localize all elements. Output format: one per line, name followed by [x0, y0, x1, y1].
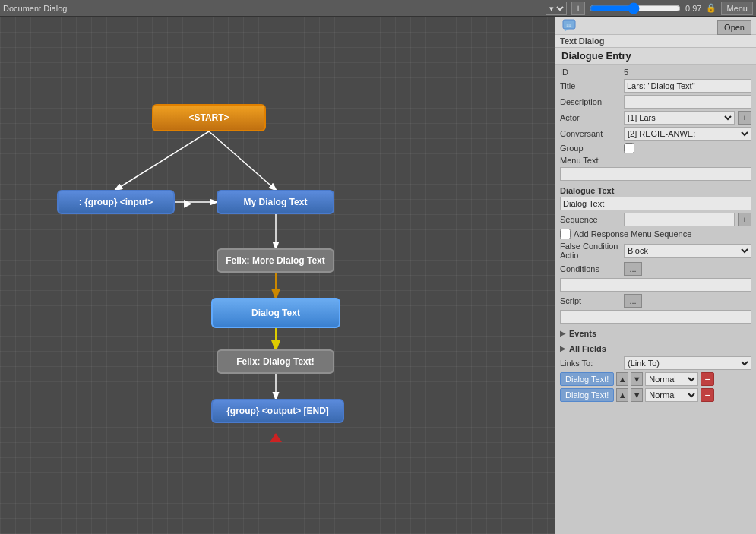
sequence-add-btn[interactable]: +	[738, 213, 751, 226]
lock-icon: 🔒	[706, 3, 716, 13]
node-felixdialog-label: Felix: Dialog Text!	[236, 356, 314, 367]
node-dialogtext[interactable]: Dialog Text	[211, 298, 340, 328]
title-input[interactable]	[624, 79, 751, 93]
menu-text-input[interactable]	[560, 167, 751, 181]
false-condition-label: False Condition Actio	[560, 242, 621, 260]
dialogue-text-input[interactable]	[560, 197, 751, 210]
zoom-slider[interactable]	[590, 2, 681, 14]
node-input[interactable]: : {group} <input>	[57, 190, 175, 214]
field-row-links-to: Links To: (Link To)	[560, 356, 751, 370]
add-response-label: Add Response Menu Sequence	[574, 229, 691, 239]
svg-line-0	[209, 131, 276, 190]
panel-top-bar: ≡≡ Open	[555, 17, 756, 35]
link1-normal-select[interactable]: Normal	[645, 372, 698, 386]
right-panel: ≡≡ Open Text Dialog Dialogue Entry ID 5 …	[555, 17, 756, 534]
node-felixmore-label: Felix: More Dialog Text	[226, 255, 324, 266]
conditions-label: Conditions	[560, 264, 621, 273]
link2-down-btn[interactable]: ▼	[631, 388, 643, 402]
canvas-area[interactable]: <START> : {group} <input> ▶ My Dialog Te…	[0, 17, 555, 534]
script-dots-btn[interactable]: ...	[624, 294, 642, 308]
link-row-2: Dialog Text! ▲ ▼ Normal −	[560, 388, 751, 402]
link1-btn[interactable]: Dialog Text!	[560, 372, 614, 386]
menu-button[interactable]: Menu	[721, 2, 753, 15]
field-row-actor: Actor [1] Lars +	[560, 111, 751, 125]
link2-normal-select[interactable]: Normal	[645, 388, 698, 402]
node-felixmore[interactable]: Felix: More Dialog Text	[217, 248, 334, 273]
panel-title: Dialogue Entry	[555, 48, 756, 65]
field-row-id: ID 5	[560, 68, 751, 77]
actor-add-btn[interactable]: +	[738, 111, 751, 125]
actor-select[interactable]: [1] Lars	[624, 111, 735, 125]
document-dropdown[interactable]: ▾	[546, 2, 567, 15]
links-to-select[interactable]: (Link To)	[624, 356, 751, 370]
link2-up-btn[interactable]: ▲	[616, 388, 628, 402]
conditions-input[interactable]	[560, 278, 751, 292]
plus-button[interactable]: +	[571, 2, 585, 15]
text-dialog-header: Text Dialog	[555, 35, 756, 48]
title-label: Title	[560, 81, 621, 90]
node-input-label: : {group} <input>	[79, 197, 153, 207]
false-condition-select[interactable]: Block	[624, 244, 751, 258]
node-output[interactable]: {group} <output> [END]	[211, 399, 344, 423]
link2-remove-btn[interactable]: −	[701, 388, 714, 402]
conversant-label: Conversant	[560, 129, 621, 138]
id-value: 5	[624, 68, 751, 77]
open-button[interactable]: Open	[717, 20, 751, 35]
conversant-select[interactable]: [2] REGIE-ANWE:	[624, 127, 751, 141]
all-fields-label: All Fields	[569, 344, 606, 353]
sequence-label: Sequence	[560, 215, 621, 224]
field-row-false-condition: False Condition Actio Block	[560, 242, 751, 260]
script-input[interactable]	[560, 310, 751, 324]
zoom-value: 0.97	[685, 4, 701, 13]
svg-line-1	[115, 131, 209, 190]
script-label: Script	[560, 296, 621, 305]
arrow-connector: ▶	[184, 197, 192, 209]
description-label: Description	[560, 97, 621, 106]
node-start[interactable]: <START>	[152, 104, 266, 131]
field-row-script: Script ...	[560, 294, 751, 308]
id-label: ID	[560, 68, 621, 77]
node-mydialog[interactable]: My Dialog Text	[217, 190, 334, 214]
dialogue-text-section: Dialogue Text	[560, 186, 751, 195]
group-label: Group	[560, 144, 621, 153]
events-triangle: ▶	[560, 329, 566, 337]
all-fields-triangle: ▶	[560, 344, 566, 352]
events-row[interactable]: ▶ Events	[560, 326, 751, 340]
all-fields-row[interactable]: ▶ All Fields	[560, 341, 751, 355]
svg-text:≡≡: ≡≡	[566, 23, 572, 27]
field-row-sequence: Sequence +	[560, 213, 751, 226]
link2-btn[interactable]: Dialog Text!	[560, 388, 614, 402]
link-row-1: Dialog Text! ▲ ▼ Normal −	[560, 372, 751, 386]
svg-marker-7	[270, 433, 282, 442]
group-checkbox[interactable]	[624, 143, 634, 153]
panel-body: Dialogue Entry ID 5 Title Description Ac…	[555, 48, 756, 534]
chat-icon: ≡≡	[560, 17, 578, 35]
field-row-title: Title	[560, 79, 751, 93]
top-bar: Document Dialog ▾ + 0.97 🔒 Menu	[0, 0, 756, 17]
sequence-input[interactable]	[624, 213, 735, 226]
node-mydialog-label: My Dialog Text	[244, 197, 308, 207]
field-row-conditions: Conditions ...	[560, 262, 751, 276]
link1-remove-btn[interactable]: −	[701, 372, 714, 386]
field-row-addresponse: Add Response Menu Sequence	[560, 229, 751, 239]
actor-label: Actor	[560, 113, 621, 122]
node-felixdialog[interactable]: Felix: Dialog Text!	[217, 349, 334, 374]
links-to-label: Links To:	[560, 359, 621, 368]
node-start-label: <START>	[188, 112, 229, 123]
field-row-conversant: Conversant [2] REGIE-ANWE:	[560, 127, 751, 141]
link1-down-btn[interactable]: ▼	[631, 372, 643, 386]
conditions-dots-btn[interactable]: ...	[624, 262, 642, 276]
menu-text-label: Menu Text	[560, 156, 621, 165]
field-row-menutext: Menu Text	[560, 156, 751, 165]
document-title: Document Dialog	[3, 4, 541, 13]
field-row-description: Description	[560, 95, 751, 109]
link1-up-btn[interactable]: ▲	[616, 372, 628, 386]
field-row-group: Group	[560, 143, 751, 153]
events-label: Events	[569, 329, 596, 338]
node-dialogtext-label: Dialog Text	[251, 308, 300, 318]
main-area: <START> : {group} <input> ▶ My Dialog Te…	[0, 17, 756, 534]
add-response-checkbox[interactable]	[560, 229, 571, 239]
arrows-svg	[0, 17, 555, 534]
description-input[interactable]	[624, 95, 751, 109]
node-output-label: {group} <output> [END]	[226, 406, 329, 416]
